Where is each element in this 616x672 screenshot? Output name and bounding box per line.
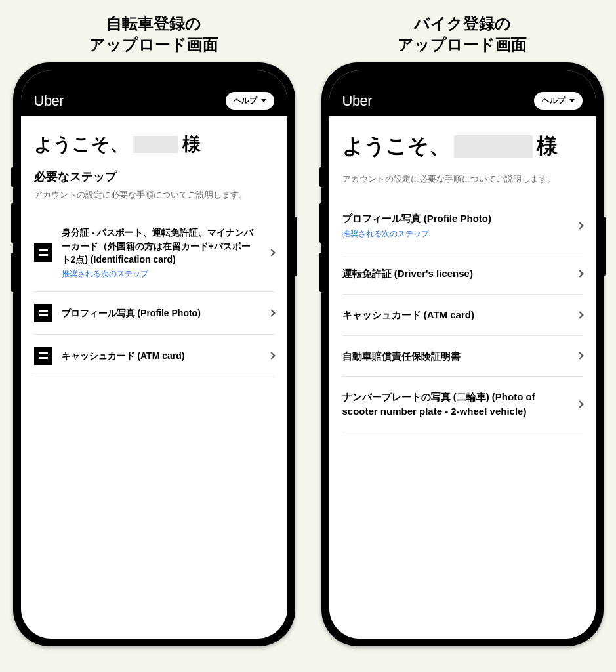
step-body: 身分証 - パスポート、運転免許証、マイナンバーカード（外国籍の方は在留カード+… [62, 226, 260, 280]
redacted-name [133, 136, 178, 153]
caption-text: バイク登録の [414, 14, 511, 32]
chevron-right-icon [576, 352, 583, 360]
phone-side-button [11, 167, 14, 187]
help-label: ヘルプ [234, 95, 257, 106]
step-label: プロフィール写真 (Profile Photo) [62, 306, 260, 320]
step-drivers-license[interactable]: 運転免許証 (Driver's license) [342, 253, 583, 295]
welcome-heading: ようこそ、 様 [34, 132, 274, 157]
welcome-prefix: ようこそ、 [342, 132, 450, 161]
step-label: 自動車賠償責任保険証明書 [342, 349, 568, 364]
redacted-name [454, 135, 533, 158]
chevron-right-icon [576, 400, 583, 408]
section-title: 必要なステップ [34, 169, 274, 184]
app-topbar: Uber ヘルプ [329, 70, 596, 116]
bicycle-column: 自転車登録の アップロード画面 Uber ヘルプ ようこそ、 様 必要なステップ [10, 13, 298, 659]
chevron-right-icon [268, 352, 275, 360]
chevron-down-icon [569, 99, 575, 102]
step-label: 身分証 - パスポート、運転免許証、マイナンバーカード（外国籍の方は在留カード+… [62, 226, 260, 266]
uber-logo: Uber [342, 93, 373, 110]
chevron-right-icon [268, 249, 275, 257]
step-atm-card[interactable]: キャッシュカード (ATM card) [342, 295, 583, 336]
step-label: キャッシュカード (ATM card) [342, 308, 568, 322]
step-label: キャッシュカード (ATM card) [62, 349, 260, 362]
help-button[interactable]: ヘルプ [534, 92, 583, 110]
document-icon [34, 346, 52, 365]
phone-side-button [603, 217, 606, 276]
app-topbar: Uber ヘルプ [21, 70, 287, 116]
step-label: ナンバープレートの写真 (二輪車) (Photo of scooter numb… [342, 390, 568, 419]
caption-text: 自転車登録の [106, 14, 201, 32]
chevron-right-icon [576, 270, 583, 277]
welcome-suffix: 様 [182, 132, 201, 157]
uber-logo: Uber [34, 93, 64, 110]
step-number-plate[interactable]: ナンバープレートの写真 (二輪車) (Photo of scooter numb… [342, 377, 583, 432]
step-label: 運転免許証 (Driver's license) [342, 266, 568, 281]
caption-text: アップロード画面 [398, 35, 527, 53]
step-body: プロフィール写真 (Profile Photo) 推奨される次のステップ [342, 211, 568, 240]
phone-side-button [295, 217, 297, 276]
phone-side-button [319, 203, 322, 243]
caption-text: アップロード画面 [89, 35, 218, 53]
phone-frame: Uber ヘルプ ようこそ、 様 必要なステップ アカウントの設定に必要な手順に… [13, 62, 295, 646]
steps-list: プロフィール写真 (Profile Photo) 推奨される次のステップ 運転免… [342, 198, 583, 432]
main-content: ようこそ、 様 アカウントの設定に必要な手順についてご説明します。 プロフィール… [329, 116, 596, 639]
welcome-heading: ようこそ、 様 [342, 132, 583, 161]
step-body: 自動車賠償責任保険証明書 [342, 349, 568, 364]
document-icon [34, 304, 52, 322]
welcome-prefix: ようこそ、 [34, 132, 129, 157]
step-profile-photo[interactable]: プロフィール写真 (Profile Photo) [34, 292, 274, 335]
step-hint: 推奨される次のステップ [342, 228, 568, 240]
help-button[interactable]: ヘルプ [226, 92, 274, 110]
phone-screen: Uber ヘルプ ようこそ、 様 必要なステップ アカウントの設定に必要な手順に… [21, 70, 287, 639]
step-hint: 推奨される次のステップ [62, 268, 260, 280]
step-profile-photo[interactable]: プロフィール写真 (Profile Photo) 推奨される次のステップ [342, 198, 583, 253]
motorcycle-caption: バイク登録の アップロード画面 [398, 13, 527, 56]
step-body: キャッシュカード (ATM card) [342, 308, 568, 322]
chevron-right-icon [576, 311, 583, 318]
phone-side-button [319, 253, 322, 292]
phone-frame: Uber ヘルプ ようこそ、 様 アカウントの設定に必要な手順についてご説明しま… [321, 62, 604, 646]
phone-side-button [11, 203, 14, 243]
main-content: ようこそ、 様 必要なステップ アカウントの設定に必要な手順についてご説明します… [21, 116, 287, 639]
step-identification[interactable]: 身分証 - パスポート、運転免許証、マイナンバーカード（外国籍の方は在留カード+… [34, 214, 274, 292]
phone-side-button [11, 253, 14, 292]
step-liability-insurance[interactable]: 自動車賠償責任保険証明書 [342, 336, 583, 377]
steps-list: 身分証 - パスポート、運転免許証、マイナンバーカード（外国籍の方は在留カード+… [34, 214, 274, 377]
chevron-down-icon [261, 99, 266, 102]
bicycle-caption: 自転車登録の アップロード画面 [89, 13, 218, 56]
step-label: プロフィール写真 (Profile Photo) [342, 211, 568, 226]
motorcycle-column: バイク登録の アップロード画面 Uber ヘルプ ようこそ、 様 アカウントの設 [318, 13, 607, 659]
step-atm-card[interactable]: キャッシュカード (ATM card) [34, 335, 274, 377]
document-icon [34, 243, 52, 262]
help-label: ヘルプ [542, 95, 565, 106]
section-subtitle: アカウントの設定に必要な手順についてご説明します。 [34, 188, 274, 201]
step-body: 運転免許証 (Driver's license) [342, 266, 568, 281]
step-body: キャッシュカード (ATM card) [62, 349, 260, 362]
section-subtitle: アカウントの設定に必要な手順についてご説明します。 [342, 173, 583, 186]
step-body: ナンバープレートの写真 (二輪車) (Photo of scooter numb… [342, 390, 568, 419]
welcome-suffix: 様 [537, 132, 558, 161]
step-body: プロフィール写真 (Profile Photo) [62, 306, 260, 320]
chevron-right-icon [268, 310, 275, 317]
chevron-right-icon [576, 222, 583, 229]
phone-screen: Uber ヘルプ ようこそ、 様 アカウントの設定に必要な手順についてご説明しま… [329, 70, 596, 639]
phone-side-button [319, 167, 322, 187]
